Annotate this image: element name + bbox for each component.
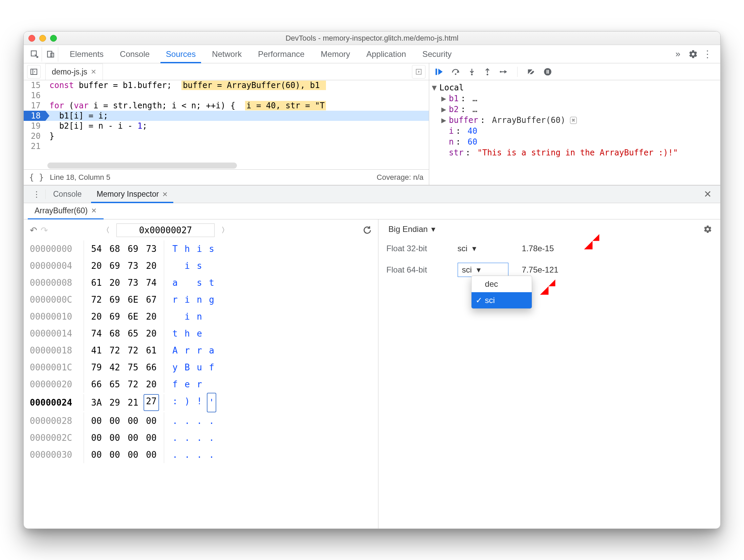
hex-row[interactable]: 0000002066657220fer [30, 376, 372, 393]
hex-row[interactable]: 0000001020696E20 in [30, 308, 372, 325]
hex-viewer-pane: ↶ ↷ 〈 〉 0000000054686973This000000042069… [24, 219, 378, 529]
hex-row[interactable]: 0000001C79427566yBuf [30, 359, 372, 376]
device-toolbar-icon[interactable] [43, 47, 58, 62]
main-tab-security[interactable]: Security [414, 45, 460, 63]
step-out-icon[interactable] [483, 67, 491, 77]
hex-address: 00000020 [30, 376, 84, 393]
svg-point-15 [544, 68, 551, 76]
drawer-tab-console[interactable]: Console [46, 186, 89, 203]
scope-variable-b1[interactable]: ▶b1: … [431, 93, 717, 104]
hex-row[interactable]: 0000000861207374a st [30, 274, 372, 291]
inspect-element-icon[interactable] [27, 47, 42, 62]
code-line[interactable]: 18 b1[i] = i; [24, 111, 429, 121]
main-tab-memory[interactable]: Memory [313, 45, 358, 63]
scope-variable-str[interactable]: str: "This is a string in the ArrayBuffe… [431, 147, 717, 158]
endianness-label: Big Endian [389, 224, 428, 234]
main-tab-performance[interactable]: Performance [250, 45, 312, 63]
address-input[interactable] [116, 223, 215, 237]
settings-gear-icon[interactable] [688, 49, 698, 59]
scope-variable-i[interactable]: i: 40 [431, 126, 717, 136]
value-settings-gear-icon[interactable] [703, 225, 712, 234]
step-into-icon[interactable] [468, 67, 476, 77]
pretty-print-icon[interactable]: { } [29, 173, 44, 182]
toggle-navigator-icon[interactable] [27, 65, 41, 79]
code-line[interactable]: 21 [24, 141, 429, 151]
endianness-select[interactable]: Big Endian ▾ [387, 224, 437, 234]
step-over-icon[interactable] [451, 67, 460, 77]
prev-address-icon[interactable]: 〈 [99, 225, 113, 235]
deactivate-breakpoints-icon[interactable] [526, 67, 536, 77]
code-line[interactable]: 16 [24, 90, 429, 101]
value-mode-select[interactable]: sci ▾ [458, 263, 508, 277]
line-content: const buffer = b1.buffer; buffer = Array… [45, 80, 429, 90]
hex-row[interactable]: 0000002800000000.... [30, 412, 372, 429]
hex-row[interactable]: 0000000C72696E67ring [30, 291, 372, 308]
code-line[interactable]: 17for (var i = str.length; i < n; ++i) {… [24, 101, 429, 111]
scope-variable-n[interactable]: n: 60 [431, 136, 717, 147]
next-address-icon[interactable]: 〉 [218, 225, 232, 235]
memory-buffer-tab[interactable]: ArrayBuffer(60) ✕ [28, 203, 104, 219]
hex-ascii: is [164, 257, 216, 274]
hex-grid[interactable]: 0000000054686973This0000000420697320 is … [30, 240, 372, 463]
hex-address: 00000008 [30, 274, 84, 291]
line-number[interactable]: 20 [24, 131, 45, 141]
main-tab-elements[interactable]: Elements [62, 45, 112, 63]
main-tab-console[interactable]: Console [112, 45, 158, 63]
close-file-tab-icon[interactable]: ✕ [91, 68, 96, 76]
line-number[interactable]: 21 [24, 141, 45, 151]
hex-row[interactable]: 0000000420697320 is [30, 257, 372, 274]
drawer-menu-icon[interactable]: ⋮ [28, 190, 46, 199]
close-drawer-tab-icon[interactable]: ✕ [162, 190, 168, 198]
line-number[interactable]: 17 [24, 101, 45, 111]
horizontal-scrollbar[interactable] [47, 163, 237, 169]
value-mode-select[interactable]: sci ▾ [458, 244, 508, 253]
code-line[interactable]: 15const buffer = b1.buffer; buffer = Arr… [24, 80, 429, 90]
resume-icon[interactable] [434, 67, 443, 77]
reveal-in-memory-icon[interactable]: ⌘ [570, 117, 577, 124]
main-tab-application[interactable]: Application [358, 45, 414, 63]
hex-ascii: fer [164, 376, 216, 393]
code-line[interactable]: 20} [24, 131, 429, 141]
undo-icon[interactable]: ↶ [30, 225, 37, 236]
file-tab[interactable]: demo-js.js ✕ [45, 64, 103, 80]
code-editor[interactable]: 15const buffer = b1.buffer; buffer = Arr… [24, 80, 429, 169]
hex-row[interactable]: 0000001841727261Arra [30, 342, 372, 359]
hex-bytes: 54686973 [84, 240, 164, 257]
hex-row[interactable]: 000000243A292127:)!' [30, 393, 372, 412]
hex-row[interactable]: 0000001474686520the [30, 325, 372, 342]
redo-icon[interactable]: ↷ [41, 225, 48, 236]
value-interpreter-pane: Big Endian ▾ Float 32-bitsci ▾1.78e-15Fl… [378, 219, 720, 529]
scope-variable-buffer[interactable]: ▶buffer: ArrayBuffer(60)⌘ [431, 115, 717, 126]
scope-variable-b2[interactable]: ▶b2: … [431, 104, 717, 115]
line-number[interactable]: 18 [24, 111, 45, 121]
code-line[interactable]: 19 b2[i] = n - i - 1; [24, 121, 429, 131]
main-tab-sources[interactable]: Sources [158, 45, 204, 63]
pause-exceptions-icon[interactable] [543, 67, 552, 76]
run-snippet-icon[interactable] [412, 65, 425, 79]
hex-row[interactable]: 0000000054686973This [30, 240, 372, 257]
kebab-menu-icon[interactable]: ⋮ [703, 48, 712, 60]
drawer-tab-memory-inspector[interactable]: Memory Inspector✕ [89, 186, 175, 203]
hex-row[interactable]: 0000002C00000000.... [30, 429, 372, 446]
scope-panel[interactable]: ▼Local▶b1: …▶b2: …▶buffer: ArrayBuffer(6… [429, 80, 720, 185]
hex-row[interactable]: 0000003000000000.... [30, 446, 372, 463]
close-drawer-icon[interactable]: ✕ [699, 189, 716, 200]
line-number[interactable]: 19 [24, 121, 45, 131]
line-number[interactable]: 16 [24, 90, 45, 101]
dropdown-option-sci[interactable]: sci [472, 292, 532, 308]
float64-mode-dropdown[interactable]: decsci [471, 276, 532, 309]
hex-address: 0000000C [30, 291, 84, 308]
main-tab-network[interactable]: Network [204, 45, 250, 63]
hex-ascii: :)!' [164, 393, 216, 412]
hex-address: 00000028 [30, 412, 84, 429]
dropdown-option-dec[interactable]: dec [472, 276, 532, 292]
close-buffer-tab-icon[interactable]: ✕ [91, 207, 97, 215]
line-number[interactable]: 15 [24, 80, 45, 90]
scope-header[interactable]: ▼Local [431, 82, 717, 93]
step-icon[interactable] [499, 68, 508, 76]
chevron-down-icon: ▾ [472, 244, 476, 253]
refresh-icon[interactable] [363, 225, 372, 235]
svg-rect-7 [436, 68, 437, 75]
svg-rect-3 [31, 69, 37, 74]
more-tabs-icon[interactable]: » [669, 49, 687, 59]
